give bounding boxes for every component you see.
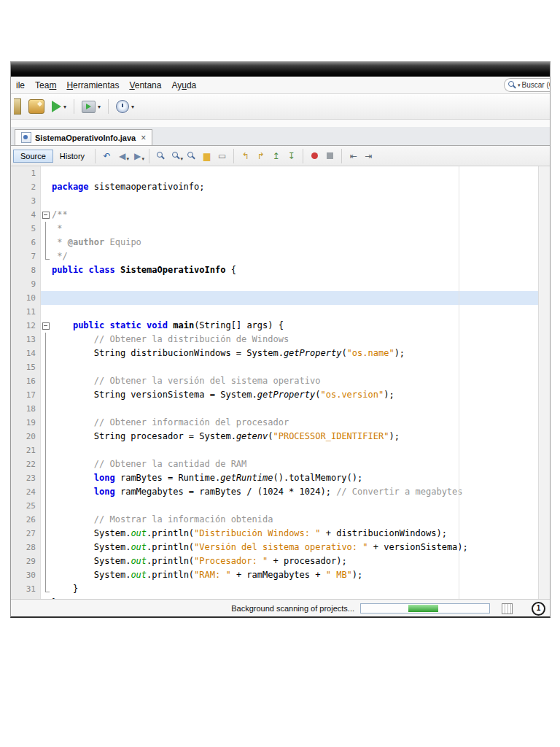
editor-scrollbar[interactable] (538, 166, 550, 599)
code-line-1[interactable]: 1 (11, 166, 550, 180)
line-number[interactable]: 32 (11, 596, 41, 599)
line-number[interactable]: 13 (11, 333, 41, 347)
tab-sistemaoperativoinfo-java[interactable]: SistemaOperativoInfo.java × (15, 129, 152, 145)
code-line-19[interactable]: 19 // Obtener información del procesador (11, 416, 550, 430)
line-number[interactable]: 27 (11, 527, 41, 541)
code-line-8[interactable]: 8public class SistemaOperativoInfo { (11, 263, 550, 277)
code-line-26[interactable]: 26 // Mostrar la información obtenida (11, 513, 550, 527)
search-box[interactable]: ▾ Buscar (Ctrl (504, 78, 550, 92)
line-number[interactable]: 24 (11, 485, 41, 499)
profile-project-button[interactable]: ▾ (112, 96, 138, 117)
code-line-11[interactable]: 11 (11, 305, 550, 319)
code-line-15[interactable]: 15 (11, 360, 550, 374)
code-line-10[interactable]: 10 (11, 291, 550, 305)
line-number[interactable]: 15 (11, 360, 41, 374)
line-number[interactable]: 4 (11, 208, 41, 222)
source-view-button[interactable]: Source (13, 150, 53, 163)
rectangular-selection-icon[interactable]: ▭ (215, 149, 229, 163)
search-caret-icon[interactable]: ▾ (518, 82, 521, 88)
line-number[interactable]: 30 (11, 568, 41, 582)
code-line-17[interactable]: 17 String versionSistema = System.getPro… (11, 388, 550, 402)
line-number[interactable]: 11 (11, 305, 41, 319)
new-file-wizard-icon[interactable] (25, 96, 48, 117)
line-number[interactable]: 22 (11, 457, 41, 471)
code-line-22[interactable]: 22 // Obtener la cantidad de RAM (11, 457, 550, 471)
line-number[interactable]: 20 (11, 430, 41, 444)
line-number[interactable]: 12 (11, 319, 41, 333)
dropdown-caret-icon[interactable]: ▾ (131, 104, 134, 110)
code-line-14[interactable]: 14 String distribucionWindows = System.g… (11, 347, 550, 360)
code-line-3[interactable]: 3 (11, 194, 550, 208)
line-number[interactable]: 5 (11, 222, 41, 236)
find-next-occurrence-icon[interactable]: ▾ (169, 149, 183, 163)
line-number[interactable]: 17 (11, 388, 41, 402)
line-number[interactable]: 1 (11, 166, 41, 180)
dropdown-caret-icon[interactable]: ▾ (181, 156, 184, 162)
code-line-12[interactable]: 12 public static void main(String[] args… (11, 319, 550, 333)
line-number[interactable]: 7 (11, 249, 41, 263)
fold-toggle-icon[interactable] (41, 208, 50, 222)
code-line-2[interactable]: 2package sistemaoperativoinfo; (11, 180, 550, 194)
code-editor[interactable]: 12package sistemaoperativoinfo;34/**5 *6… (11, 166, 550, 599)
line-number[interactable]: 14 (11, 347, 41, 360)
code-line-28[interactable]: 28 System.out.println("Versión del siste… (11, 541, 550, 554)
code-line-27[interactable]: 27 System.out.println("Distribución Wind… (11, 527, 550, 541)
debug-project-button[interactable]: ▾ (78, 96, 104, 117)
menu-item-ile[interactable]: ile (11, 80, 30, 90)
record-macro-icon[interactable] (308, 149, 322, 163)
line-number[interactable]: 28 (11, 541, 41, 554)
code-line-20[interactable]: 20 String procesador = System.getenv("PR… (11, 430, 550, 444)
find-previous-occurrence-icon[interactable] (184, 149, 198, 163)
code-line-32[interactable]: 32} (11, 596, 550, 599)
next-bookmark-icon[interactable]: ↱ (254, 149, 268, 163)
menu-item-team[interactable]: Team (30, 80, 61, 90)
code-line-24[interactable]: 24 long ramMegabytes = ramBytes / (1024 … (11, 485, 550, 499)
toggle-highlight-icon[interactable]: ▆ (200, 149, 214, 163)
code-line-4[interactable]: 4/** (11, 208, 550, 222)
find-selection-icon[interactable] (154, 149, 168, 163)
shift-line-left-icon[interactable]: ⇤ (346, 149, 360, 163)
shift-line-right-icon[interactable]: ⇥ (362, 149, 376, 163)
code-line-6[interactable]: 6 * @author Equipo (11, 236, 550, 249)
next-occurrence-icon[interactable]: ↧ (284, 149, 298, 163)
history-view-button[interactable]: History (53, 150, 91, 163)
line-number[interactable]: 9 (11, 277, 41, 291)
line-number[interactable]: 23 (11, 471, 41, 485)
line-number[interactable]: 10 (11, 291, 41, 305)
line-number[interactable]: 18 (11, 402, 41, 416)
memory-grid-icon[interactable] (502, 603, 513, 614)
line-number[interactable]: 26 (11, 513, 41, 527)
line-number[interactable]: 3 (11, 194, 41, 208)
code-line-18[interactable]: 18 (11, 402, 550, 416)
menu-item-ayuda[interactable]: Ayuda (166, 80, 201, 90)
code-line-13[interactable]: 13 // Obtener la distribución de Windows (11, 333, 550, 347)
code-line-21[interactable]: 21 (11, 444, 550, 457)
previous-bookmark-icon[interactable]: ↰ (238, 149, 252, 163)
code-line-23[interactable]: 23 long ramBytes = Runtime.getRuntime().… (11, 471, 550, 485)
code-line-31[interactable]: 31 } (11, 582, 550, 596)
line-number[interactable]: 6 (11, 236, 41, 249)
line-number[interactable]: 31 (11, 582, 41, 596)
code-line-25[interactable]: 25 (11, 499, 550, 513)
menu-item-herramientas[interactable]: Herramientas (61, 80, 124, 90)
menu-item-ventana[interactable]: Ventana (124, 80, 166, 90)
line-number[interactable]: 8 (11, 263, 41, 277)
clipped-toolbar-icon[interactable] (11, 96, 25, 117)
dropdown-caret-icon[interactable]: ▾ (127, 156, 130, 162)
code-line-5[interactable]: 5 * (11, 222, 550, 236)
navigate-forward-icon[interactable]: ▶▾ (131, 149, 144, 163)
stop-macro-icon[interactable] (323, 149, 337, 163)
notification-badge[interactable]: 1 (532, 602, 545, 616)
previous-occurrence-icon[interactable]: ↥ (269, 149, 283, 163)
dropdown-caret-icon[interactable]: ▾ (142, 156, 145, 162)
line-number[interactable]: 16 (11, 374, 41, 388)
line-number[interactable]: 2 (11, 180, 41, 194)
line-number[interactable]: 29 (11, 554, 41, 568)
line-number[interactable]: 19 (11, 416, 41, 430)
last-edit-icon[interactable]: ↶ (100, 149, 114, 163)
dropdown-caret-icon[interactable]: ▾ (63, 104, 66, 110)
code-line-29[interactable]: 29 System.out.println("Procesador: " + p… (11, 554, 550, 568)
line-number[interactable]: 21 (11, 444, 41, 457)
line-number[interactable]: 25 (11, 499, 41, 513)
navigate-back-icon[interactable]: ◀▾ (115, 149, 129, 163)
